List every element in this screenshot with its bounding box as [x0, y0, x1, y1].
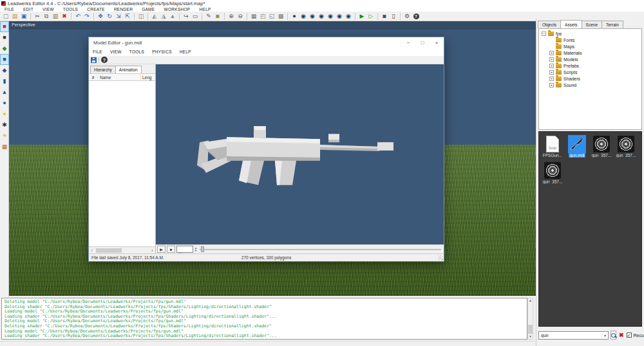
- toolbar-undo-button[interactable]: ↶: [73, 12, 82, 21]
- toolbar-options-gear-button[interactable]: ⚙: [402, 12, 412, 21]
- tree-item-shaders[interactable]: +Shaders: [539, 75, 641, 82]
- toolbar-globe-4-button[interactable]: ◉: [317, 12, 326, 21]
- hscrollbar-thumb[interactable]: [96, 248, 122, 253]
- search-input[interactable]: [539, 332, 601, 339]
- cylinder-button[interactable]: ▮: [0, 76, 9, 87]
- toolbar-camera-button[interactable]: ◙: [380, 12, 389, 21]
- toolbar-delete-button[interactable]: ✖: [60, 12, 69, 21]
- expand-icon[interactable]: +: [549, 83, 554, 87]
- sprite-button[interactable]: ☀: [0, 131, 9, 141]
- toolbar-dropper-button[interactable]: ✎: [204, 12, 213, 21]
- search-button[interactable]: [611, 331, 616, 340]
- animation-list[interactable]: [89, 81, 155, 246]
- expand-icon[interactable]: +: [549, 77, 554, 81]
- toolbar-globe-3-button[interactable]: ◉: [308, 12, 317, 21]
- toolbar-terrain-paint-button[interactable]: ▲: [168, 12, 177, 21]
- me-menu-help[interactable]: HELP: [176, 50, 195, 54]
- me-menu-view[interactable]: VIEW: [106, 50, 126, 54]
- asset-item-gun-mdl[interactable]: gun.mdl: [565, 135, 589, 158]
- toolbar-zoom-out-button[interactable]: ⊖: [236, 12, 245, 21]
- asset-item-gun-357-[interactable]: gun_357...: [614, 135, 638, 158]
- menu-edit[interactable]: EDIT: [19, 7, 38, 12]
- cone-button[interactable]: ▲: [0, 87, 9, 98]
- brush-box-dark-button[interactable]: ■: [0, 32, 9, 43]
- close-button[interactable]: ×: [430, 37, 444, 48]
- tree-item-sound[interactable]: +Sound: [539, 82, 641, 88]
- toolbar-copy-button[interactable]: ⧉: [42, 12, 51, 21]
- menu-game[interactable]: GAME: [137, 7, 159, 12]
- toolbar-scale-button[interactable]: ⇲: [114, 12, 123, 21]
- crate-button[interactable]: ▦: [0, 141, 9, 152]
- expand-icon[interactable]: +: [549, 70, 554, 75]
- play-animation-button[interactable]: ▶: [157, 246, 166, 253]
- recursive-checkbox[interactable]: ✓: [627, 332, 632, 338]
- scrollbar-thumb[interactable]: [528, 325, 533, 334]
- menu-tools[interactable]: TOOLS: [59, 7, 82, 12]
- toolbar-globe-5-button[interactable]: ◉: [326, 12, 335, 21]
- toolbar-move-button[interactable]: ✥: [96, 12, 105, 21]
- stop-animation-button[interactable]: ■: [167, 246, 175, 253]
- wedge-blue-button[interactable]: ◆: [0, 65, 9, 76]
- toolbar-link-button[interactable]: ↪: [182, 12, 191, 21]
- expand-icon[interactable]: +: [549, 57, 554, 62]
- menu-create[interactable]: CREATE: [82, 7, 109, 12]
- menu-render[interactable]: RENDER: [109, 7, 137, 12]
- tab-scene[interactable]: Scene: [582, 21, 602, 28]
- me-menu-tools[interactable]: TOOLS: [126, 50, 148, 54]
- maximize-button[interactable]: □: [415, 37, 430, 48]
- scroll-right-icon[interactable]: ›: [149, 248, 155, 253]
- toolbar-globe-7-button[interactable]: ◉: [344, 12, 353, 21]
- brush-box-red-button[interactable]: ■: [0, 21, 9, 32]
- scroll-up-icon[interactable]: ▲: [529, 298, 532, 303]
- expand-icon[interactable]: +: [549, 51, 554, 55]
- toolbar-zoom-in-button[interactable]: ⊕: [227, 12, 236, 21]
- toolbar-lock-button[interactable]: ◙: [213, 12, 222, 21]
- model-editor-title-bar[interactable]: Model Editor - gun.mdl − □ ×: [89, 37, 444, 48]
- wedge-green-button[interactable]: ◆: [0, 43, 9, 54]
- side-panel-hscrollbar[interactable]: ‹ ›: [89, 246, 155, 253]
- toolbar-select-button[interactable]: ⇱: [123, 12, 132, 21]
- toolbar-redo-button[interactable]: ↷: [82, 12, 91, 21]
- tab-objects[interactable]: Objects: [538, 21, 561, 28]
- search-combobox[interactable]: ▾: [538, 331, 609, 340]
- toolbar-terrain-lower-button[interactable]: ◮: [159, 12, 168, 21]
- me-menu-file[interactable]: FILE: [89, 50, 106, 54]
- toolbar-open-folder-button[interactable]: ▤: [10, 12, 19, 21]
- frame-stepper[interactable]: ▲▼: [194, 247, 197, 252]
- tab-assets[interactable]: Assets: [560, 20, 582, 28]
- minimize-button[interactable]: −: [401, 37, 415, 48]
- me-tab-animation[interactable]: Animation: [115, 66, 142, 73]
- asset-item-fpsgun-[interactable]: ScriptFPSGun...: [540, 135, 565, 158]
- tree-item-scripts[interactable]: +Scripts: [539, 69, 641, 75]
- toolbar-grid-snap-button[interactable]: ▦: [249, 12, 258, 21]
- resize-grip[interactable]: [438, 255, 443, 260]
- emitter-button[interactable]: ✱: [0, 120, 9, 131]
- toolbar-layout-single-button[interactable]: ◰: [258, 12, 267, 21]
- toolbar-frame-button[interactable]: ▭: [191, 12, 200, 21]
- toolbar-paste-button[interactable]: ▥: [51, 12, 60, 21]
- scroll-down-icon[interactable]: ▼: [529, 334, 532, 339]
- toolbar-cut-button[interactable]: ✂: [33, 12, 42, 21]
- tree-item-prefabs[interactable]: +Prefabs: [539, 62, 641, 69]
- menu-view[interactable]: VIEW: [38, 7, 59, 12]
- me-tab-hierarchy[interactable]: Hierarchy: [90, 66, 116, 73]
- toolbar-terrain-raise-button[interactable]: ◭: [150, 12, 159, 21]
- toolbar-run-button[interactable]: ▶: [357, 12, 366, 21]
- timeline-thumb[interactable]: [201, 246, 204, 252]
- me-menu-physics[interactable]: PHYSICS: [148, 50, 176, 54]
- save-model-icon[interactable]: [91, 57, 97, 63]
- tab-terrain[interactable]: Terrain: [601, 21, 623, 28]
- box-blue-button[interactable]: ■: [0, 54, 9, 65]
- sphere-button[interactable]: ●: [0, 98, 9, 109]
- toolbar-globe-2-button[interactable]: ◉: [299, 12, 308, 21]
- menu-file[interactable]: FILE: [0, 7, 19, 12]
- toolbar-help-button[interactable]: ?: [412, 12, 421, 21]
- console-scrollbar[interactable]: ▲ ▼: [527, 298, 533, 340]
- tree-item-materials[interactable]: +Materials: [539, 50, 641, 56]
- light-button[interactable]: ●: [0, 109, 9, 120]
- timeline-slider[interactable]: [198, 246, 442, 253]
- collapse-icon[interactable]: −: [542, 32, 546, 36]
- toolbar-layout-split-button[interactable]: ◱: [267, 12, 276, 21]
- toolbar-globe-6-button[interactable]: ◉: [335, 12, 344, 21]
- model-viewport[interactable]: [156, 64, 444, 244]
